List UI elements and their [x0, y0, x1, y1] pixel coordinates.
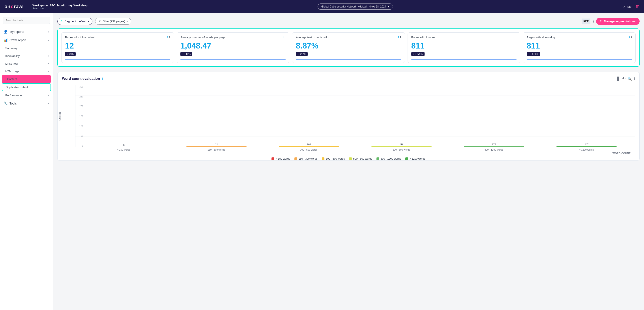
metric-value: 8.87%: [296, 41, 401, 50]
bar-group: 103: [263, 143, 355, 147]
x-label: 300 - 500 words: [262, 148, 355, 151]
chart-legend: < 150 words 150 - 300 words 300 - 500 wo…: [62, 157, 635, 160]
change-value: +179%: [415, 53, 423, 55]
x-label: 500 - 800 words: [355, 148, 448, 151]
info-circle-icon[interactable]: ℹ: [282, 36, 284, 39]
nav-right: ? Help ⊞: [623, 4, 640, 9]
help-button[interactable]: ? Help: [623, 5, 632, 8]
info-circle-icon[interactable]: ℹ: [398, 36, 399, 39]
info-button[interactable]: ℹ: [592, 19, 594, 23]
chart-title: Word count evaluation: [62, 77, 100, 81]
breadcrumb[interactable]: Global Cybersecurity Network > default >…: [318, 4, 393, 10]
manage-icon: ↻: [600, 20, 602, 23]
toolbar-right: PDF ℹ ↻ Manage segmentations: [582, 18, 640, 25]
sidebar-item-performance[interactable]: Performance ▾: [0, 92, 53, 99]
metric-sparkline: [527, 59, 632, 60]
info-dark-icon[interactable]: ℹ: [631, 36, 632, 39]
bar-group: 173: [448, 143, 540, 147]
bar-group: 0: [78, 144, 170, 147]
info-circle-icon[interactable]: ℹ: [629, 36, 630, 39]
sidebar-item-content[interactable]: Content: [2, 75, 51, 83]
bar-value-label: 276: [400, 143, 404, 146]
legend-color-dot: [349, 158, 352, 160]
metric-card-pages-alt-missing: Pages with alt missing ℹ ℹ 811 ↑ +179%: [523, 32, 636, 63]
chart-zoom-icon[interactable]: 🔍: [628, 77, 632, 81]
metric-title: Average text to code ratio: [296, 36, 398, 40]
x-axis-title: WORD COUNT: [75, 152, 630, 154]
chart-info-btn[interactable]: ℹ: [634, 77, 635, 81]
legend-label: < 150 words: [276, 157, 290, 160]
sidebar-item-label: Performance: [5, 94, 22, 97]
chart-actions: ▐▌ 👁 🔍 ℹ: [615, 77, 635, 81]
chevron-down-icon: ▾: [48, 102, 49, 105]
info-dark-icon[interactable]: ℹ: [169, 36, 170, 39]
chevron-down-icon: ▾: [48, 31, 49, 33]
metric-card-pages-images: Pages with images ℹ ℹ 811 ↑ +179%: [408, 32, 520, 63]
legend-color-dot: [294, 158, 297, 160]
legend-item: 300 - 500 words: [322, 157, 345, 160]
info-circle-icon[interactable]: ℹ: [167, 36, 168, 39]
segment-chevron-icon: ▾: [88, 20, 89, 23]
info-dark-icon[interactable]: ℹ: [400, 36, 401, 39]
segment-button[interactable]: ↻ Segment: default ▾: [57, 18, 92, 25]
legend-label: 800 - 1200 words: [380, 157, 401, 160]
sidebar-item-summary[interactable]: Summary: [0, 44, 53, 52]
breadcrumb-text: Global Cybersecurity Network > default >…: [321, 5, 386, 8]
x-label: 800 - 1200 words: [448, 148, 540, 151]
top-navigation: on c rawl Workspace: SEO_Monitoring_Work…: [0, 0, 644, 13]
sidebar-item-tools[interactable]: 🔧 Tools ▾: [0, 99, 53, 108]
legend-label: 150 - 300 words: [298, 157, 317, 160]
legend-color-dot: [272, 158, 274, 160]
sidebar-item-links-flow[interactable]: Links flow ▾: [0, 60, 53, 68]
change-arrow-icon: ↑: [182, 53, 184, 55]
filter-button[interactable]: ▼ Filter (932 pages) ▾: [95, 18, 131, 25]
wrench-icon: 🔧: [4, 102, 8, 106]
legend-color-dot: [376, 158, 379, 160]
pdf-button[interactable]: PDF: [582, 18, 590, 24]
metric-cards: Pages with thin content ℹ ℹ 12 ↑ +9% Ave…: [57, 28, 640, 67]
manage-segmentations-button[interactable]: ↻ Manage segmentations: [596, 18, 640, 25]
dashboard-icon[interactable]: ⊞: [636, 4, 640, 9]
sidebar-item-label: Indexability: [5, 54, 20, 58]
help-icon: ?: [623, 5, 624, 8]
chart-bar-icon[interactable]: ▐▌: [615, 77, 620, 81]
logo[interactable]: on c rawl: [4, 4, 24, 10]
bar-value-label: 247: [584, 143, 588, 146]
filter-chevron-icon: ▾: [126, 20, 128, 23]
main-content: ↻ Segment: default ▾ ▼ Filter (932 pages…: [53, 13, 644, 310]
workspace-info: Workspace: SEO_Monitoring_Workshop Role:…: [32, 4, 87, 10]
metric-title: Pages with alt missing: [527, 36, 629, 40]
manage-label: Manage segmentations: [604, 20, 636, 23]
search-input[interactable]: [3, 17, 50, 24]
info-dark-icon[interactable]: ℹ: [284, 36, 286, 39]
change-value: +179%: [530, 53, 538, 55]
workspace-role: Role: User: [32, 7, 87, 10]
sidebar-item-indexability[interactable]: Indexability ▾: [0, 52, 53, 60]
info-circle-icon[interactable]: ℹ: [514, 36, 514, 39]
sidebar-item-html-tags[interactable]: HTML tags ▾: [0, 68, 53, 75]
bar-group: 12: [170, 143, 263, 147]
bar-value-label: 0: [123, 144, 124, 146]
legend-item: 500 - 800 words: [349, 157, 372, 160]
chevron-down-icon: ▾: [48, 70, 49, 72]
sidebar-item-label: Content: [7, 78, 17, 81]
bar-group: 247: [540, 143, 633, 147]
change-value: +9%: [69, 53, 74, 55]
chart-info-icon[interactable]: ℹ: [102, 77, 103, 80]
legend-item: 800 - 1200 words: [376, 157, 401, 160]
chart-eye-icon[interactable]: 👁: [622, 77, 626, 81]
legend-label: 300 - 500 words: [326, 157, 345, 160]
metric-change: ↑ +179%: [527, 52, 540, 56]
info-icon: ℹ: [592, 20, 594, 23]
sidebar-item-duplicate-content[interactable]: Duplicate content: [2, 83, 51, 91]
sidebar-item-label: My reports: [10, 30, 24, 34]
sidebar-item-my-reports[interactable]: 👤 My reports ▾: [0, 28, 53, 36]
metric-value: 811: [411, 41, 516, 50]
x-label: 150 - 300 words: [170, 148, 263, 151]
sidebar-item-crawl-report[interactable]: 📊 Crawl report ▴: [0, 36, 53, 44]
sidebar-item-label: HTML tags: [5, 70, 19, 73]
info-dark-icon[interactable]: ℹ: [516, 36, 516, 39]
metric-change: ↑ +9%: [65, 52, 76, 56]
legend-label: > 1200 words: [409, 157, 425, 160]
change-arrow-icon: ↑: [528, 53, 530, 55]
